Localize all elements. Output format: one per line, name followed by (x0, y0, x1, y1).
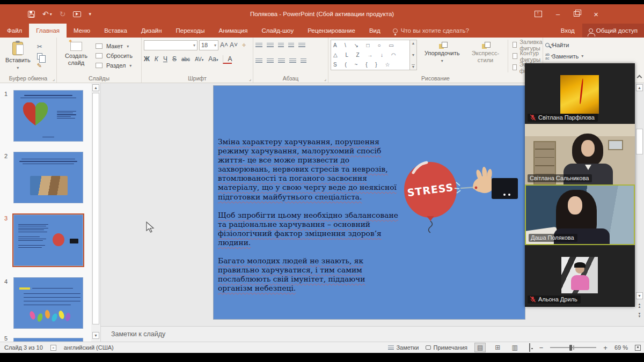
numbering-button[interactable] (267, 43, 274, 48)
justify-button[interactable] (289, 58, 296, 63)
paragraph-dialog-launcher[interactable]: ⌟ (324, 76, 326, 82)
doc-scroll-up-button[interactable]: ▲ (636, 84, 643, 91)
tab-review[interactable]: Рецензирование (301, 24, 362, 38)
shapes-more-icon[interactable]: ▼ (412, 64, 415, 69)
shapes-gallery[interactable]: A \ ↘ □ ○ ▭ △ L Z → ↓ ◠ S ( ~ { } ☆ ▲ ▼ … (331, 40, 417, 70)
align-left-button[interactable] (255, 58, 262, 63)
font-color-button[interactable]: А (223, 55, 232, 64)
notes-toggle-button[interactable]: Заметки (388, 344, 419, 351)
reset-button[interactable]: Сбросить (96, 52, 133, 60)
subscript-button[interactable]: abc (181, 56, 190, 62)
language-indicator[interactable]: английский (США) (64, 344, 114, 351)
character-spacing-button[interactable]: AV▾ (195, 56, 203, 62)
copy-button[interactable] (37, 53, 42, 60)
align-right-button[interactable] (278, 58, 285, 63)
shrink-font-button[interactable]: A˅ (230, 41, 238, 49)
minimize-button[interactable]: – (556, 10, 560, 18)
paste-button[interactable]: Вставить ▾ (2, 40, 34, 72)
thumbnail-panel-scrollbar[interactable]: ▲ ▼ (91, 83, 100, 342)
thumb-scroll-down-button[interactable]: ▼ (92, 332, 99, 339)
participant-tile-4[interactable]: Альона Дриль (525, 245, 635, 306)
slide-sorter-view-button[interactable]: ⊞ (493, 343, 502, 352)
tab-design[interactable]: Дизайн (134, 24, 169, 38)
slide-thumbnail-2[interactable] (13, 152, 83, 203)
sign-in-button[interactable]: Вход (553, 24, 582, 38)
comments-toggle-button[interactable]: Примечания (426, 344, 467, 351)
columns-button[interactable] (301, 58, 306, 63)
fit-to-window-icon[interactable] (635, 345, 641, 351)
grow-font-button[interactable]: A˄ (220, 41, 228, 49)
line-spacing-button[interactable] (298, 43, 305, 48)
cut-button[interactable]: ✂ (37, 43, 42, 50)
tab-transitions[interactable]: Переходы (169, 24, 212, 38)
next-slide-button[interactable]: ▼▼ (636, 313, 643, 320)
shapes-scroll-down-icon[interactable]: ▼ (412, 53, 415, 57)
reading-view-button[interactable]: ▥ (509, 343, 519, 352)
font-dialog-launcher[interactable]: ⌟ (249, 76, 251, 82)
doc-scrollbar-thumb[interactable] (636, 129, 643, 154)
previous-slide-button[interactable]: ▲▲ (636, 303, 643, 310)
slide-thumbnail-5-partial[interactable] (13, 338, 83, 342)
tab-view[interactable]: Вид (362, 24, 387, 38)
arrange-button[interactable]: Упорядочить ▾ (421, 40, 463, 65)
clear-formatting-button[interactable]: ✧ (241, 42, 246, 49)
clipboard-dialog-launcher[interactable]: ⌟ (53, 76, 55, 82)
tab-menu[interactable]: Меню (67, 24, 97, 38)
slide-thumbnail-4[interactable] (13, 277, 83, 329)
thumb-scrollbar-thumb[interactable] (92, 93, 99, 324)
slide-text-block[interactable]: Зміна характеру харчування, порушення ре… (218, 137, 401, 302)
zoom-slider[interactable] (550, 347, 596, 348)
tab-animations[interactable]: Анимация (212, 24, 255, 38)
spellcheck-icon[interactable]: × (50, 345, 56, 351)
thumb-scroll-up-button[interactable]: ▲ (92, 84, 99, 91)
slide-canvas[interactable]: Зміна характеру харчування, порушення ре… (214, 86, 525, 319)
quick-styles-button[interactable]: Экспресс-стили (467, 40, 503, 65)
bullets-button[interactable] (255, 43, 262, 48)
close-button[interactable]: × (594, 10, 598, 19)
tell-me-box[interactable]: Что вы хотите сделать? (387, 24, 474, 38)
notes-pane[interactable]: Заметки к слайду (101, 326, 644, 342)
bold-button[interactable]: Ж (144, 55, 150, 63)
shapes-gallery-scrollbar[interactable]: ▲ ▼ ▼ (410, 40, 417, 70)
ribbon-display-options-icon[interactable] (535, 11, 542, 17)
italic-button[interactable]: К (155, 55, 158, 63)
shapes-scroll-up-icon[interactable]: ▲ (412, 41, 415, 45)
replace-button[interactable]: abacЗаменить▾ (545, 51, 611, 61)
shapes-grid[interactable]: A \ ↘ □ ○ ▭ △ L Z → ↓ ◠ S ( ~ { } ☆ (331, 40, 410, 70)
change-case-button[interactable]: Aa▾ (208, 55, 218, 63)
section-button[interactable]: Раздел▾ (96, 62, 133, 69)
slideshow-view-button[interactable] (527, 343, 532, 352)
new-slide-button[interactable]: Создать слайд (59, 40, 93, 69)
slide-thumbnail-3-selected[interactable] (13, 215, 83, 266)
tab-slideshow[interactable]: Слайд-шоу (255, 24, 301, 38)
underline-button[interactable]: Ч (163, 55, 167, 63)
strikethrough-button[interactable]: S (172, 55, 177, 63)
align-center-button[interactable] (267, 58, 274, 63)
font-size-combobox[interactable]: 18▾ (199, 40, 218, 50)
zoom-slider-thumb[interactable] (569, 345, 572, 351)
font-name-combobox[interactable]: ▾ (144, 40, 197, 50)
participant-tile-1[interactable]: Світлана Парфілова (525, 63, 635, 124)
tab-home[interactable]: Главная (29, 24, 67, 38)
tab-insert[interactable]: Вставка (97, 24, 134, 38)
document-scrollbar[interactable]: ▲ ▼ ▲▲ ▼▼ (635, 83, 644, 326)
share-button[interactable]: Общий доступ (582, 24, 644, 38)
decrease-indent-button[interactable] (278, 43, 284, 48)
find-button[interactable]: Найти (545, 40, 611, 50)
layout-button[interactable]: Макет▾ (96, 42, 133, 50)
normal-view-button[interactable]: ▤ (474, 343, 486, 352)
increase-indent-button[interactable] (288, 43, 294, 48)
zoom-out-button[interactable]: − (539, 344, 544, 352)
doc-scroll-down-button[interactable]: ▼ (636, 292, 643, 299)
tab-file[interactable]: Файл (0, 24, 29, 38)
video-call-panel[interactable]: Світлана Парфілова Світлана Сальникова (525, 63, 635, 307)
zoom-level[interactable]: 69 % (614, 344, 628, 351)
slide-thumbnail-1[interactable] (13, 90, 83, 142)
restore-button[interactable] (574, 11, 580, 17)
format-painter-button[interactable]: ✎ (37, 62, 42, 69)
group-font-label: Шрифт (142, 75, 253, 82)
participant-tile-2[interactable]: Світлана Сальникова (525, 124, 635, 184)
participant-tile-3-active-speaker[interactable]: Даша Полякова (525, 184, 635, 245)
zoom-in-button[interactable]: + (603, 344, 608, 352)
stress-balloon-image[interactable]: STRESS (402, 156, 518, 233)
